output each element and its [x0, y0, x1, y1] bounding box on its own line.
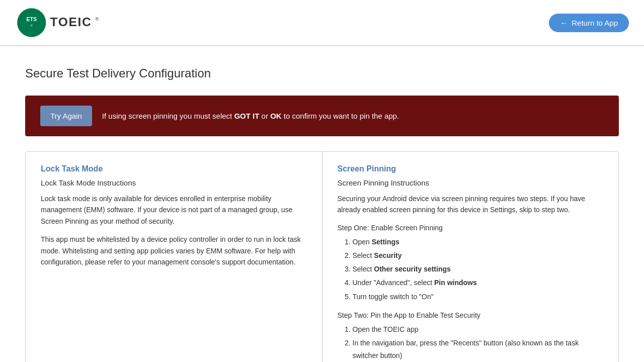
step-one-list: Open Settings Select Security Select Oth… [338, 236, 604, 303]
return-btn-label: Return to App [572, 19, 618, 27]
svg-point-0 [17, 8, 46, 37]
step-two-heading: Step Two: Pin the App to Enable Test Sec… [338, 311, 604, 319]
step-two-list: Open the TOEIC app In the navigation bar… [338, 323, 604, 362]
alert-ok: OK [270, 112, 282, 120]
screen-pinning-subtitle: Screen Pinning Instructions [338, 178, 604, 187]
list-item: Open the TOEIC app [353, 323, 604, 336]
alert-message: If using screen pinning you must select … [102, 112, 399, 120]
main-content: Secure Test Delivery Configuration Try A… [0, 46, 644, 362]
try-again-button[interactable]: Try Again [40, 106, 92, 126]
screen-pinning-intro: Securing your Android device via screen … [338, 193, 604, 216]
header: ETS ® TOEIC ® ← Return to App [0, 0, 644, 46]
lock-task-mode-para1: Lock task mode is only available for dev… [41, 193, 307, 227]
alert-or: or [259, 112, 270, 120]
screen-pinning-column: Screen Pinning Screen Pinning Instructio… [323, 152, 619, 362]
screen-pinning-title: Screen Pinning [338, 164, 604, 173]
two-column-section: Lock Task Mode Lock Task Mode Instructio… [25, 151, 619, 362]
step-one-heading: Step One: Enable Screen Pinning [338, 224, 604, 232]
alert-got-it: GOT IT [234, 112, 259, 120]
page-title: Secure Test Delivery Configuration [25, 66, 619, 80]
alert-prefix: If using screen pinning you must select [102, 112, 234, 120]
return-arrow-icon: ← [560, 19, 568, 27]
return-to-app-button[interactable]: ← Return to App [549, 14, 629, 32]
logo-container: ETS ® TOEIC ® [15, 5, 106, 40]
list-item: Open Settings [353, 236, 604, 248]
alert-suffix: to confirm you want to pin the app. [282, 112, 399, 120]
svg-text:®: ® [96, 17, 99, 22]
lock-task-mode-title: Lock Task Mode [41, 164, 307, 173]
list-item: In the navigation bar, press the "Recent… [353, 337, 604, 362]
svg-text:ETS: ETS [26, 16, 37, 22]
list-item: Select Security [353, 249, 604, 262]
lock-task-mode-column: Lock Task Mode Lock Task Mode Instructio… [26, 152, 323, 362]
list-item: Select Other security settings [353, 263, 604, 276]
lock-task-mode-subtitle: Lock Task Mode Instructions [41, 178, 307, 187]
list-item: Under "Advanced", select Pin windows [353, 277, 604, 289]
alert-box: Try Again If using screen pinning you mu… [25, 96, 619, 136]
svg-text:TOEIC: TOEIC [50, 15, 92, 29]
lock-task-mode-para2: This app must be whitelisted by a device… [41, 234, 307, 267]
ets-toeic-logo: ETS ® TOEIC ® [15, 5, 106, 40]
list-item: Turn toggle switch to "On" [353, 291, 604, 303]
